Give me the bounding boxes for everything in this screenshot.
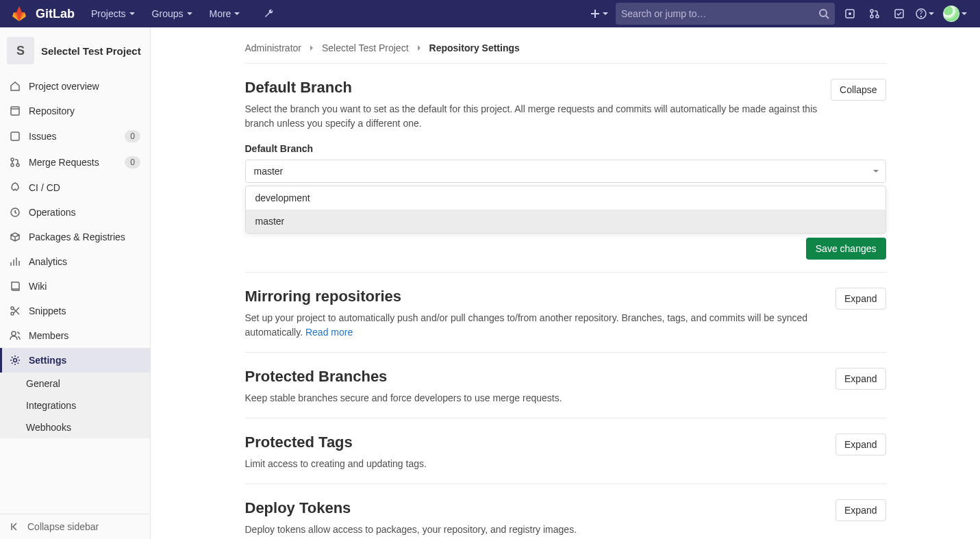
book-icon	[10, 281, 21, 292]
project-avatar: S	[7, 37, 34, 64]
svg-point-16	[12, 331, 16, 336]
sidebar-item-label: CI / CD	[29, 182, 60, 193]
svg-point-17	[14, 359, 17, 362]
collapse-icon	[10, 521, 21, 532]
save-changes-button[interactable]: Save changes	[806, 238, 886, 260]
svg-point-2	[849, 12, 851, 15]
sidebar-item-cicd[interactable]: CI / CD	[0, 175, 150, 200]
expand-button[interactable]: Expand	[835, 434, 885, 455]
gitlab-logo-icon[interactable]	[11, 5, 27, 22]
help-menu[interactable]	[914, 8, 936, 19]
sidebar-item-label: Wiki	[29, 281, 47, 292]
rocket-icon	[10, 182, 21, 193]
chevron-down-icon	[234, 10, 240, 17]
expand-button[interactable]: Expand	[835, 288, 885, 310]
new-menu[interactable]	[588, 8, 610, 19]
branch-dropdown: development master	[245, 186, 886, 234]
section-title: Protected Tags	[245, 434, 825, 451]
nav-more[interactable]: More	[204, 4, 247, 23]
select-value: master	[254, 166, 284, 177]
nav-more-label: More	[210, 8, 231, 19]
nav-projects[interactable]: Projects	[86, 4, 141, 23]
sidebar-item-issues[interactable]: Issues 0	[0, 123, 150, 149]
default-branch-select[interactable]: master development master	[245, 160, 886, 183]
read-more-link[interactable]: Read more	[305, 327, 353, 338]
nav-projects-label: Projects	[91, 8, 126, 19]
section-desc: Select the branch you want to set as the…	[245, 102, 820, 131]
breadcrumb-project[interactable]: Selectel Test Project	[322, 42, 409, 53]
project-header[interactable]: S Selectel Test Project	[0, 27, 150, 74]
collapse-button[interactable]: Collapse	[831, 79, 885, 101]
todos-shortcut-icon[interactable]	[890, 4, 909, 23]
section-deploy-tokens: Deploy Tokens Deploy tokens allow access…	[245, 484, 886, 539]
issues-shortcut-icon[interactable]	[840, 4, 859, 23]
settings-sub-webhooks[interactable]: Webhooks	[0, 416, 150, 438]
section-desc: Limit access to creating and updating ta…	[245, 457, 825, 471]
brand-name[interactable]: GitLab	[36, 7, 75, 21]
svg-point-14	[11, 307, 14, 310]
search-input[interactable]	[621, 8, 818, 19]
nav-right	[588, 3, 969, 25]
operations-icon	[10, 207, 21, 218]
section-desc: Set up your project to automatically pus…	[245, 311, 825, 340]
sidebar-item-label: Packages & Registries	[29, 231, 125, 242]
collapse-sidebar-button[interactable]: Collapse sidebar	[0, 514, 150, 539]
dropdown-option-master[interactable]: master	[246, 210, 885, 233]
sidebar-item-label: Merge Requests	[29, 157, 99, 168]
chevron-down-icon	[602, 10, 609, 17]
chevron-down-icon	[872, 168, 879, 175]
sidebar-item-packages[interactable]: Packages & Registries	[0, 225, 150, 249]
members-icon	[10, 330, 21, 341]
sidebar-item-wiki[interactable]: Wiki	[0, 274, 150, 299]
settings-sub-integrations[interactable]: Integrations	[0, 394, 150, 416]
project-name: Selectel Test Project	[41, 45, 141, 57]
plus-icon	[590, 8, 601, 19]
svg-point-11	[11, 164, 14, 166]
sidebar-item-repository[interactable]: Repository	[0, 99, 150, 123]
sidebar-item-settings[interactable]: Settings	[0, 348, 150, 373]
sidebar-item-analytics[interactable]: Analytics	[0, 249, 150, 274]
nav-groups[interactable]: Groups	[147, 4, 199, 23]
section-default-branch: Default Branch Select the branch you wan…	[245, 64, 886, 273]
chevron-down-icon	[928, 10, 935, 17]
global-search[interactable]	[616, 3, 835, 25]
default-branch-label: Default Branch	[245, 143, 886, 154]
chevron-right-icon	[308, 42, 315, 53]
package-icon	[10, 231, 21, 242]
search-icon	[818, 8, 829, 19]
section-title: Default Branch	[245, 79, 820, 97]
merge-requests-shortcut-icon[interactable]	[865, 4, 884, 23]
admin-wrench-icon[interactable]	[260, 4, 279, 23]
select-box[interactable]: master	[245, 160, 886, 183]
sidebar-item-label: Settings	[29, 355, 66, 366]
sidebar-item-label: Issues	[29, 131, 56, 142]
section-desc: Deploy tokens allow access to packages, …	[245, 523, 825, 537]
dropdown-option-development[interactable]: development	[246, 186, 885, 210]
svg-point-5	[876, 15, 879, 18]
sidebar-item-snippets[interactable]: Snippets	[0, 299, 150, 323]
svg-point-15	[11, 312, 14, 315]
home-icon	[10, 81, 21, 92]
sidebar-item-operations[interactable]: Operations	[0, 200, 150, 225]
repo-icon	[10, 105, 21, 116]
settings-submenu: General Integrations Webhooks	[0, 373, 150, 438]
help-icon	[916, 8, 927, 19]
expand-button[interactable]: Expand	[835, 368, 885, 390]
breadcrumb-admin[interactable]: Administrator	[245, 42, 301, 53]
user-menu[interactable]	[942, 5, 969, 22]
sidebar-item-members[interactable]: Members	[0, 323, 150, 348]
expand-button[interactable]: Expand	[835, 499, 885, 521]
issues-count-badge: 0	[125, 130, 140, 142]
sidebar-item-label: Project overview	[29, 81, 99, 92]
issues-icon	[10, 131, 21, 142]
section-protected-branches: Protected Branches Keep stable branches …	[245, 353, 886, 418]
svg-point-3	[870, 10, 873, 12]
analytics-icon	[10, 256, 21, 267]
chevron-down-icon	[129, 10, 136, 17]
user-avatar	[943, 5, 959, 22]
section-title: Mirroring repositories	[245, 288, 825, 305]
sidebar-item-overview[interactable]: Project overview	[0, 74, 150, 99]
settings-sub-general[interactable]: General	[0, 373, 150, 394]
sidebar-item-merge-requests[interactable]: Merge Requests 0	[0, 149, 150, 175]
chevron-down-icon	[186, 10, 193, 17]
